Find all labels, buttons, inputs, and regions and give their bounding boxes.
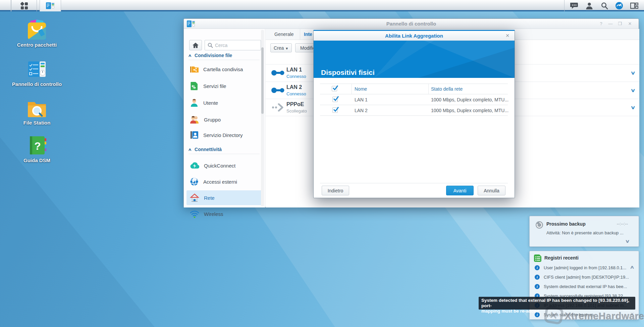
logs-icon	[534, 254, 542, 262]
search-icon	[208, 43, 213, 48]
log-text: User [admin] logged in from [192.168.0.1…	[544, 265, 626, 270]
device-checkbox[interactable]	[332, 107, 338, 113]
interface-status: Connesso	[286, 74, 306, 79]
interface-name: LAN 1	[286, 67, 306, 73]
maximize-icon[interactable]: ❒	[616, 19, 624, 29]
column-divider	[352, 84, 352, 94]
interface-name: LAN 2	[286, 84, 306, 90]
sidebar-item-file-services[interactable]: Servizi file	[186, 79, 263, 93]
desktop-icon-control-panel[interactable]: Pannello di controllo	[12, 59, 62, 87]
gauge-icon	[615, 2, 623, 10]
window-title: Pannello di controllo	[184, 19, 639, 29]
user-icon	[586, 2, 593, 9]
main-menu-button[interactable]	[11, 0, 37, 11]
log-entry[interactable]: i System detected that external IP has b…	[535, 282, 634, 290]
sidebar-item-quickconnect[interactable]: QuickConnect	[186, 158, 263, 173]
scrollbar-thumb[interactable]	[261, 47, 264, 114]
control-panel-icon	[187, 20, 195, 27]
sidebar-item-user[interactable]: Utente	[186, 95, 263, 110]
device-checkbox[interactable]	[332, 97, 338, 102]
wifi-icon	[190, 210, 199, 218]
sidebar-item-network[interactable]: Rete	[186, 190, 263, 205]
interface-name: PPPoE	[286, 101, 307, 107]
dialog-title: Abilita Link Aggregation	[314, 31, 515, 41]
close-icon[interactable]: ✕	[626, 19, 634, 29]
minimize-icon[interactable]: —	[606, 19, 614, 29]
cancel-button[interactable]: Annulla	[478, 186, 505, 195]
close-icon[interactable]: ✕	[504, 31, 511, 41]
desktop-icon-file-station[interactable]: File Station	[12, 97, 62, 126]
next-button[interactable]: Avanti	[446, 186, 474, 195]
home-button[interactable]	[189, 40, 202, 50]
sidebar-item-shared-folder[interactable]: Cartella condivisa	[186, 62, 263, 77]
globe-icon	[190, 177, 199, 186]
sidebar-item-label: Cartella condivisa	[203, 66, 243, 72]
chevron-down-icon[interactable]: ∨	[630, 88, 635, 93]
section-label: Connettività	[195, 147, 222, 152]
search-button[interactable]	[600, 2, 609, 10]
section-label: Condivisione file	[195, 53, 232, 58]
select-all-checkbox[interactable]	[332, 86, 337, 91]
widget-title: Registri recenti	[544, 255, 579, 261]
sidebar-item-group[interactable]: Gruppo	[186, 112, 263, 127]
sidebar-item-label: Rete	[204, 195, 215, 201]
dialog-titlebar: Abilita Link Aggregation ✕	[314, 31, 515, 41]
tab-general[interactable]: Generale	[268, 29, 300, 40]
back-button[interactable]: Indietro	[322, 186, 349, 195]
table-border	[320, 115, 508, 116]
package-center-icon	[26, 19, 47, 40]
log-entry[interactable]: i CIFS client [admin] from [DESKTOP(IP:1…	[535, 273, 634, 281]
svg-text:?: ?	[34, 140, 41, 152]
chevron-up-icon: ∧	[188, 53, 192, 58]
group-icon	[190, 115, 199, 124]
control-panel-icon	[26, 59, 47, 80]
dsm-help-icon: ?	[26, 135, 47, 156]
search-icon	[601, 2, 608, 9]
chevron-down-icon[interactable]: ∨	[630, 70, 635, 76]
widgets-icon	[630, 2, 638, 9]
help-icon[interactable]: ?	[597, 19, 605, 29]
device-name: LAN 2	[355, 108, 368, 113]
sidebar-item-label: Servizio Directory	[203, 132, 243, 138]
sidebar-item-label: Servizi file	[203, 83, 226, 89]
sidebar-item-label: Gruppo	[204, 117, 221, 123]
quickconnect-icon	[190, 161, 199, 170]
chevron-down-icon[interactable]: ∨	[630, 105, 635, 110]
taskbar	[0, 0, 644, 11]
create-button[interactable]: Crea ▼	[270, 43, 292, 52]
section-header-file-sharing[interactable]: ∧ Condivisione file	[189, 52, 261, 59]
sidebar-item-directory-service[interactable]: Servizio Directory	[186, 128, 263, 142]
check-icon	[332, 85, 338, 91]
footer-divider	[320, 183, 508, 183]
notifications-button[interactable]	[570, 2, 579, 10]
chevron-up-icon[interactable]: ∧	[630, 265, 635, 270]
sidebar-search[interactable]	[205, 40, 261, 50]
user-icon	[190, 98, 199, 107]
sidebar-item-label: Accessi esterni	[203, 179, 237, 185]
info-icon: i	[535, 284, 540, 289]
section-header-connectivity[interactable]: ∧ Connettività	[189, 146, 261, 153]
show-widgets-button[interactable]	[630, 2, 639, 10]
interface-status: Scollegato	[286, 108, 307, 113]
user-menu-button[interactable]	[585, 2, 594, 10]
log-tooltip: System detected that external IP has bee…	[479, 297, 635, 310]
column-header-name[interactable]: Nome	[355, 86, 367, 92]
desktop-icon-dsm-help[interactable]: ? Guida DSM	[12, 135, 62, 164]
directory-service-icon	[190, 131, 199, 139]
taskbar-control-panel-button[interactable]	[40, 0, 61, 11]
home-icon	[192, 42, 199, 48]
interface-status: Connesso	[286, 91, 306, 96]
sidebar-item-external-access[interactable]: Accessi esterni	[186, 174, 263, 189]
file-services-icon	[190, 82, 199, 90]
lan-connected-icon	[271, 87, 286, 94]
resource-monitor-button[interactable]	[615, 2, 624, 10]
apps-grid-icon	[20, 2, 28, 9]
chevron-down-icon[interactable]: ∨	[625, 239, 630, 244]
window-titlebar[interactable]: Pannello di controllo ? — ❒ ✕	[184, 19, 639, 29]
control-panel-icon	[46, 2, 55, 9]
log-entry[interactable]: i User [admin] logged in from [192.168.0…	[535, 264, 634, 272]
search-input[interactable]	[215, 43, 255, 48]
column-header-status[interactable]: Stato della rete	[431, 86, 463, 92]
sidebar-item-wireless[interactable]: Wireless	[186, 206, 263, 221]
desktop-icon-package-center[interactable]: Centro pacchetti	[12, 19, 62, 48]
